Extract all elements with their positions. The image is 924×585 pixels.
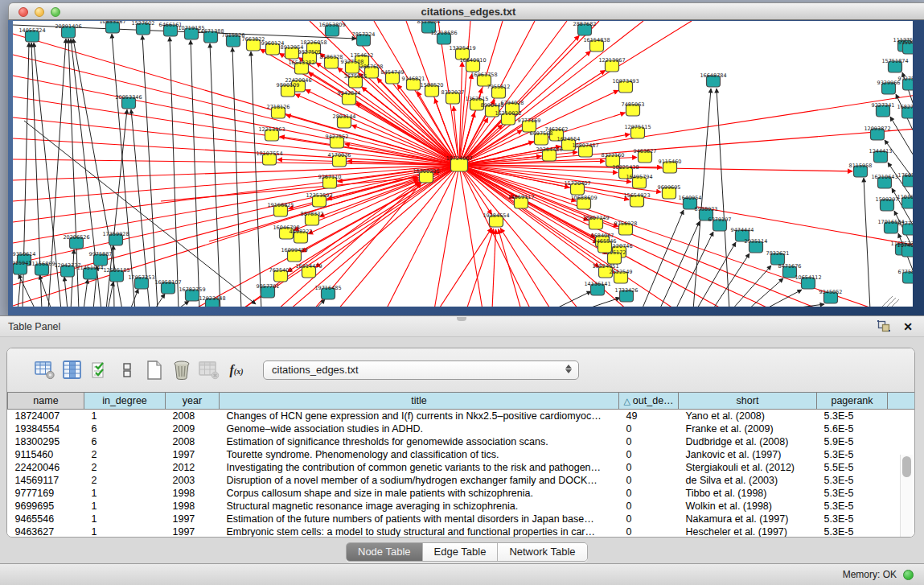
tab-network-table[interactable]: Network Table	[497, 543, 586, 561]
tab-node-table[interactable]: Node Table	[347, 543, 422, 561]
table-cell-name: 22420046	[8, 461, 84, 474]
column-header-name[interactable]: name	[8, 393, 84, 410]
table-tabs-bar: Node TableEdge TableNetwork Table	[0, 542, 924, 563]
table-cell-name: 18300295	[8, 435, 84, 448]
table-row[interactable]: 2242004622012Investigating the contribut…	[8, 461, 915, 474]
table-cell-out_degree: 0	[619, 487, 679, 500]
graph-node-label: 9699695	[658, 184, 681, 191]
column-header-filler[interactable]	[888, 393, 915, 410]
graph-node-label: 2935114	[745, 238, 768, 245]
delete-table-icon	[197, 358, 221, 382]
table-row[interactable]: 946554611997Estimation of the future num…	[8, 513, 915, 525]
tab-edge-table[interactable]: Edge Table	[422, 543, 498, 561]
panel-resize-grip[interactable]	[457, 317, 466, 321]
table-cell-in_degree: 1	[84, 410, 166, 423]
graph-node-label: 1362615	[466, 96, 489, 102]
table-cell-short: Dudbridge et al. (2008)	[679, 435, 817, 448]
graph-node-label: 9242844	[338, 90, 361, 97]
graph-node-label: 9350614	[13, 251, 35, 257]
network-canvas[interactable]: 1405572420891406106532671527602646616110…	[13, 21, 913, 307]
black-edge	[112, 34, 135, 307]
table-row[interactable]: 946362711997Embryonic stem cells: a mode…	[8, 525, 915, 538]
graph-node-label: 1733426	[615, 287, 639, 294]
table-row[interactable]: 1456911722003Disruption of a novel membe…	[8, 474, 915, 487]
graph-node-label: 18300295	[413, 168, 439, 175]
table-selector-dropdown[interactable]: citations_edges.txt	[263, 360, 579, 380]
table-panel: Table Panel ✕ f(x)citations_edges.txt na…	[0, 315, 924, 563]
table-cell-title: Estimation of significance thresholds fo…	[220, 435, 619, 448]
graph-node-label: 11451944	[76, 265, 103, 271]
graph-node-label: 14055724	[18, 27, 45, 34]
scrollbar-thumb[interactable]	[902, 456, 911, 477]
graph-node-label: 12505185	[103, 267, 129, 274]
table-cell-name: 9699695	[8, 500, 84, 513]
table-cell-short: Yano et al. (2008)	[679, 410, 817, 423]
red-edge	[161, 178, 418, 201]
column-header-title[interactable]: title	[220, 393, 619, 410]
column-header-pagerank[interactable]: pagerank	[817, 393, 888, 410]
graph-node-label: 8322160	[602, 152, 625, 159]
table-cell-pagerank: 5.3E-5	[817, 525, 888, 538]
table-panel-title: Table Panel	[8, 316, 60, 337]
graph-node-label: 10688609	[570, 195, 597, 201]
table-cell-in_degree: 1	[84, 525, 166, 538]
table-cell-in_degree: 2	[84, 448, 166, 461]
network-window-titlebar[interactable]: citations_edges.txt	[8, 2, 924, 20]
table-cell-name: 9115460	[8, 448, 84, 461]
table-cell-filler	[888, 435, 915, 448]
black-edge	[64, 277, 68, 307]
graph-node-label: 15654923	[623, 192, 650, 199]
red-edge	[459, 129, 913, 165]
graph-node-label: 13325419	[449, 45, 475, 51]
table-row[interactable]: 1872400712008Changes of HCN gene express…	[8, 410, 915, 423]
row-height-icon[interactable]	[115, 358, 139, 382]
red-edge	[13, 165, 459, 243]
graph-node-label: 16782759	[179, 286, 205, 293]
table-cell-out_degree: 0	[619, 448, 679, 461]
graph-node-label: 10807487	[572, 142, 598, 149]
table-row[interactable]: 911546021997Tourette syndrome. Phenomeno…	[8, 448, 915, 461]
table-selector-value: citations_edges.txt	[272, 361, 359, 379]
show-columns-icon[interactable]	[60, 358, 84, 382]
graph-node-label: 7625402	[269, 267, 293, 274]
black-edge	[642, 210, 684, 307]
table-cell-pagerank: 5.3E-5	[817, 487, 888, 500]
select-all-icon[interactable]	[88, 358, 112, 382]
table-cell-title: Tourette syndrome. Phenomenology and cla…	[220, 448, 619, 461]
column-header-short[interactable]: short	[679, 393, 817, 410]
graph-node-label: 9827505	[298, 49, 322, 56]
graph-node-label: 4498222	[290, 229, 313, 235]
table-cell-pagerank: 5.6E-5	[817, 422, 888, 435]
column-header-in_degree[interactable]: in_degree	[84, 393, 166, 410]
vertical-scrollbar[interactable]	[900, 455, 913, 538]
close-panel-icon[interactable]: ✕	[903, 319, 913, 335]
table-cell-year: 1997	[166, 448, 220, 461]
graph-node-label: 6775824	[898, 269, 913, 275]
delete-columns-icon[interactable]	[170, 358, 194, 382]
graph-node-label: 16210643	[871, 174, 897, 180]
table-row[interactable]: 977716911998Corpus callosum shape and si…	[8, 487, 915, 500]
table-row[interactable]: 1938455462009Genome–wide association stu…	[8, 422, 915, 435]
network-graph[interactable]: 1405572420891406106532671527602646616110…	[13, 21, 913, 307]
table-row[interactable]: 1830029562008Estimation of significance …	[8, 435, 915, 448]
black-edge	[764, 290, 802, 307]
black-edge	[713, 253, 749, 307]
graph-node-label: 1244413	[869, 148, 893, 154]
table-cell-year: 1997	[166, 513, 220, 525]
table-cell-name: 9465546	[8, 513, 84, 525]
float-window-icon[interactable]	[877, 320, 890, 332]
table-cell-in_degree: 2	[84, 461, 166, 474]
function-builder-icon[interactable]: f(x)	[224, 358, 248, 382]
graph-node-label: 18226058	[300, 39, 326, 46]
memory-status-dot	[903, 570, 914, 580]
table-cell-out_degree: 0	[619, 422, 679, 435]
graph-node-label: 1760518	[898, 172, 913, 179]
column-header-out_degree[interactable]: △out_de…	[619, 393, 679, 410]
table-row[interactable]: 969969511998Structural magnetic resonanc…	[8, 500, 915, 513]
table-cell-out_degree: 0	[619, 500, 679, 513]
table-cell-year: 2012	[166, 461, 220, 474]
red-edge	[459, 165, 483, 307]
table-settings-icon[interactable]	[33, 358, 57, 382]
column-header-year[interactable]: year	[166, 393, 220, 410]
new-table-icon[interactable]	[142, 358, 166, 382]
